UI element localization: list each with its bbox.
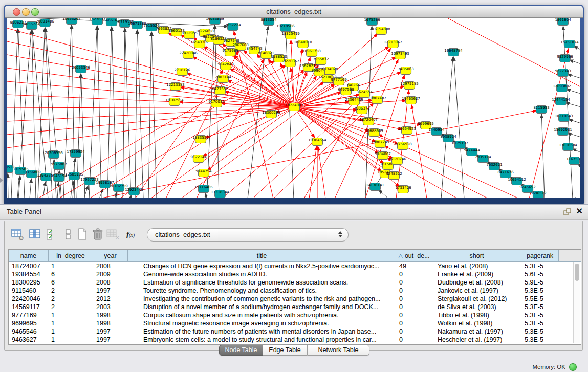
network-edge[interactable] <box>112 27 117 198</box>
table-row[interactable]: 1456911722003Disruption of a novel membe… <box>9 303 581 311</box>
create-column-button[interactable] <box>75 227 90 242</box>
splitter-arrow-icon[interactable] <box>0 178 3 183</box>
table-cell[interactable]: Wolkin et al. (1998) <box>432 319 521 327</box>
network-edge[interactable] <box>454 57 464 198</box>
table-cell[interactable]: 49 <box>396 262 432 270</box>
table-cell[interactable]: 5.3E-5 <box>521 319 559 327</box>
column-header-title[interactable]: title <box>128 250 396 261</box>
show-columns-button[interactable] <box>28 227 42 242</box>
window-titlebar[interactable]: citations_edges.txt <box>5 6 583 18</box>
network-edge[interactable] <box>291 40 294 107</box>
table-cell[interactable]: Franke et al. (2009) <box>432 270 521 278</box>
table-cell[interactable]: 1 <box>49 336 93 344</box>
column-header-name[interactable]: name <box>9 250 49 261</box>
table-cell[interactable]: 2012 <box>93 295 128 303</box>
network-edge[interactable] <box>563 26 573 198</box>
table-cell[interactable]: 6 <box>49 270 93 278</box>
table-cell[interactable]: 19384554 <box>9 270 49 278</box>
float-panel-icon[interactable] <box>563 208 571 215</box>
table-cell[interactable]: 5.9E-5 <box>521 278 559 287</box>
tab-network-table[interactable]: Network Table <box>307 345 369 356</box>
table-cell[interactable]: Changes of HCN gene expression and I(f) … <box>128 262 396 270</box>
network-edge[interactable] <box>148 32 151 198</box>
table-cell[interactable]: 9777169 <box>9 311 49 319</box>
table-cell[interactable]: 2 <box>49 287 93 295</box>
table-cell[interactable]: Nakamura et al. (1997) <box>432 327 521 336</box>
table-cell[interactable]: 5.3E-5 <box>521 303 559 311</box>
network-edge[interactable] <box>569 60 580 64</box>
table-cell[interactable]: 9115460 <box>9 287 49 295</box>
table-row[interactable]: 977716911998Corpus callosum shape and si… <box>9 311 581 319</box>
network-edge[interactable] <box>541 114 545 198</box>
table-cell[interactable]: 1997 <box>93 336 128 344</box>
table-cell[interactable]: 1 <box>49 262 93 270</box>
network-edge[interactable] <box>150 73 326 198</box>
network-edge[interactable] <box>309 146 317 198</box>
delete-table-button[interactable]: ✕ <box>106 227 120 242</box>
table-row[interactable]: 946554611997Estimation of the future num… <box>9 327 581 336</box>
table-cell[interactable]: 9465546 <box>9 327 49 336</box>
table-cell[interactable]: Stergiakouli et al. (2012) <box>432 295 521 303</box>
network-edge[interactable] <box>8 173 8 198</box>
table-cell[interactable]: de Silva et al. (2003) <box>432 303 521 311</box>
table-cell[interactable]: 0 <box>396 319 432 327</box>
table-body[interactable]: 1872400712008Changes of HCN gene express… <box>9 262 581 344</box>
table-cell[interactable]: 0 <box>396 295 432 303</box>
network-edge[interactable] <box>57 182 58 198</box>
network-edge[interactable] <box>567 90 580 94</box>
table-cell[interactable]: 5.3E-5 <box>521 287 559 295</box>
table-cell[interactable]: Structural magnetic resonance image aver… <box>128 319 396 327</box>
delete-column-button[interactable] <box>91 227 105 242</box>
table-row[interactable]: 2242004622012Investigating the contribut… <box>9 295 581 303</box>
table-row[interactable]: 1938455462009Genome-wide association stu… <box>9 270 581 278</box>
change-table-mode-button[interactable]: ⚙ <box>11 227 25 242</box>
table-cell[interactable]: 14569117 <box>9 303 49 311</box>
table-cell[interactable]: Dudbridge et al. (2008) <box>432 278 521 287</box>
table-cell[interactable]: 2003 <box>93 303 128 311</box>
network-edge[interactable] <box>205 107 294 138</box>
network-edge[interactable] <box>97 26 101 198</box>
table-cell[interactable]: 1997 <box>93 287 128 295</box>
table-cell[interactable]: 5.3E-5 <box>521 311 559 319</box>
table-row[interactable]: 946362711997Embryonic stem cells: a mode… <box>9 336 581 344</box>
table-cell[interactable]: 9699695 <box>9 319 49 327</box>
table-cell[interactable]: 2 <box>49 303 93 311</box>
network-edge[interactable] <box>205 193 207 198</box>
table-selector-dropdown[interactable]: citations_edges.txt <box>147 228 349 242</box>
table-cell[interactable]: 22420046 <box>9 295 49 303</box>
network-edge[interactable] <box>379 190 388 198</box>
column-header-year[interactable]: year <box>93 250 128 261</box>
table-cell[interactable]: 2008 <box>93 262 128 270</box>
table-cell[interactable]: 2009 <box>93 270 128 278</box>
table-cell[interactable]: 0 <box>396 270 432 278</box>
table-cell[interactable]: 2008 <box>93 278 128 287</box>
network-edge[interactable] <box>125 28 131 198</box>
memory-status-icon[interactable] <box>569 363 577 371</box>
table-cell[interactable]: 1998 <box>93 319 128 327</box>
network-edge[interactable] <box>7 28 294 107</box>
table-cell[interactable]: Yano et al. (2008) <box>432 262 521 270</box>
table-cell[interactable]: 0 <box>396 287 432 295</box>
table-row[interactable]: 969969511998Structural magnetic resonanc… <box>9 319 581 327</box>
network-edge[interactable] <box>123 28 125 198</box>
table-cell[interactable]: 1 <box>49 319 93 327</box>
network-edge[interactable] <box>294 49 302 107</box>
network-edge[interactable] <box>45 28 52 198</box>
network-edge[interactable] <box>569 119 580 123</box>
table-row[interactable]: 911546021997Tourette syndrome. Phenomeno… <box>9 287 581 295</box>
vertical-scrollbar[interactable] <box>573 262 580 343</box>
table-cell[interactable]: Tibbo et al. (1998) <box>432 311 521 319</box>
network-graph[interactable]: 9106217405572420691406106532671527607646… <box>7 18 580 198</box>
network-edge[interactable] <box>7 107 294 148</box>
network-edge[interactable] <box>411 105 427 198</box>
table-row[interactable]: 1830029562008Estimation of significance … <box>9 278 581 287</box>
table-cell[interactable]: 0 <box>396 327 432 336</box>
network-edge[interactable] <box>568 74 580 78</box>
table-cell[interactable]: 6 <box>49 278 93 287</box>
table-cell[interactable]: Tourette syndrome. Phenomenology and cla… <box>128 287 396 295</box>
network-edge[interactable] <box>7 107 294 121</box>
canvas-resize-grip[interactable] <box>570 190 580 198</box>
table-cell[interactable]: 1997 <box>93 327 128 336</box>
table-cell[interactable]: Estimation of the future numbers of pati… <box>128 327 396 336</box>
column-header-in_degree[interactable]: in_degree <box>49 250 93 261</box>
